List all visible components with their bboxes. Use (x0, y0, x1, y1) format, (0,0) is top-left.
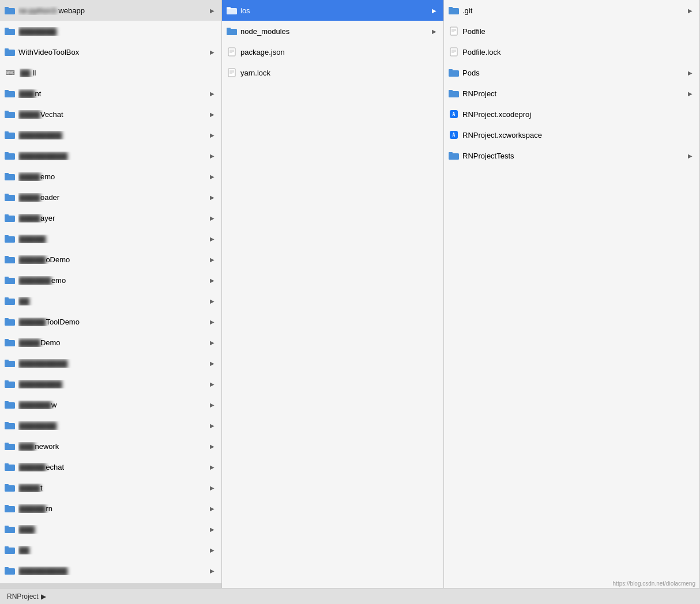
svg-rect-57 (227, 7, 231, 9)
svg-rect-43 (5, 463, 9, 466)
list-item-package-json[interactable]: package.json (222, 41, 443, 62)
item-label: RNProjectTests (462, 152, 686, 160)
list-item[interactable]: ▓▓▓▓▓▓▓▓ ▶ (0, 124, 221, 145)
file-icon (449, 47, 459, 57)
column-3[interactable]: .git ▶ Podfile Podfile.lock Pods ▶ RNPro… (444, 0, 700, 604)
list-item-rnprojecttests[interactable]: RNProjectTests ▶ (444, 145, 699, 166)
list-item[interactable]: WithVideoToolBox ▶ (0, 41, 221, 62)
xcode-icon: A (449, 109, 459, 119)
list-item[interactable]: ▓▓▓▓ayer ▶ (0, 207, 221, 228)
list-item-pods[interactable]: Pods ▶ (444, 62, 699, 83)
folder-icon (5, 567, 15, 575)
list-item-xcodeproj[interactable]: A RNProject.xcodeproj (444, 104, 699, 124)
list-item[interactable]: ▓▓▓▓Demo ▶ (0, 332, 221, 353)
item-label: WithVideoToolBox (18, 48, 208, 56)
item-label: ▓▓▓▓oader (18, 193, 208, 202)
svg-rect-69 (449, 7, 453, 9)
folder-icon (449, 89, 459, 97)
item-label: ▓▓▓▓▓▓w (18, 401, 208, 409)
item-label: ▓▓▓▓▓▓▓▓ (18, 380, 208, 388)
item-label: ▓▓▓▓ayer (18, 214, 208, 222)
list-item[interactable]: ▓▓▓nt ▶ (0, 83, 221, 104)
chevron-icon: ▶ (208, 360, 217, 367)
item-label: ▓▓▓nt (18, 89, 208, 98)
chevron-icon: ▶ (208, 173, 217, 180)
item-label: ▓▓▓▓▓oDemo (18, 255, 208, 264)
list-item[interactable]: ▓▓▓▓▓echat ▶ (0, 456, 221, 477)
chevron-icon: ▶ (208, 7, 217, 14)
column-1[interactable]: ne-python3-webapp ▶ ▓▓▓▓▓▓▓ WithVideoToo… (0, 0, 222, 604)
folder-icon (5, 276, 15, 284)
item-label: ▓▓▓▓▓▓▓ (18, 421, 208, 430)
list-item-podfile[interactable]: Podfile (444, 21, 699, 41)
list-item-yarn-lock[interactable]: yarn.lock (222, 62, 443, 83)
item-label: .git (462, 6, 686, 15)
chevron-icon: ▶ (208, 90, 217, 97)
status-selected-name: RNProject (7, 592, 39, 601)
list-item[interactable]: ▓▓▓▓▓▓▓ ▶ (0, 415, 221, 436)
folder-icon (227, 27, 237, 35)
list-item[interactable]: ⌨ ▓▓ ll (0, 62, 221, 83)
folder-icon (5, 484, 15, 492)
list-item-ios[interactable]: ios ▶ (222, 0, 443, 21)
list-item[interactable]: ne-python3-webapp ▶ (0, 0, 221, 21)
chevron-icon: ▶ (208, 298, 217, 304)
chevron-icon: ▶ (686, 90, 695, 97)
list-item[interactable]: ▓▓▓ ▶ (0, 519, 221, 539)
folder-icon (449, 152, 459, 160)
folder-icon (5, 401, 15, 409)
list-item[interactable]: ▓▓▓▓oader ▶ (0, 187, 221, 207)
list-item[interactable]: ▓▓▓▓▓▓▓▓▓ ▶ (0, 353, 221, 373)
list-item[interactable]: ▓▓▓▓emo ▶ (0, 166, 221, 187)
list-item[interactable]: ▓▓▓▓▓▓▓▓ ▶ (0, 373, 221, 394)
list-item[interactable]: ▓▓▓▓▓ToolDemo ▶ (0, 311, 221, 332)
list-item[interactable]: ▓▓ ▶ (0, 539, 221, 560)
svg-rect-49 (5, 526, 9, 528)
list-item[interactable]: ▓▓▓▓▓ ▶ (0, 228, 221, 249)
list-item[interactable]: ▓▓▓▓▓▓w ▶ (0, 394, 221, 415)
list-item-node-modules[interactable]: node_modules ▶ (222, 21, 443, 41)
list-item-xcworkspace[interactable]: A RNProject.xcworkspace (444, 124, 699, 145)
item-label: RNProject.xcodeproj (462, 110, 695, 119)
list-item[interactable]: ▓▓▓▓t ▶ (0, 477, 221, 498)
svg-rect-29 (5, 318, 9, 320)
chevron-icon: ▶ (430, 7, 439, 14)
svg-rect-25 (5, 277, 9, 279)
column-2[interactable]: ios ▶ node_modules ▶ package.json yarn.l… (222, 0, 444, 604)
svg-rect-17 (5, 194, 9, 196)
folder-icon (5, 442, 15, 450)
folder-icon (5, 235, 15, 243)
folder-icon (5, 27, 15, 35)
svg-rect-87 (449, 152, 453, 154)
list-item-podfile-lock[interactable]: Podfile.lock (444, 41, 699, 62)
list-item-rnproject-folder[interactable]: RNProject ▶ (444, 83, 699, 104)
list-item[interactable]: ▓▓▓▓▓▓▓▓▓ ▶ (0, 560, 221, 581)
chevron-icon: ▶ (208, 319, 217, 325)
list-item[interactable]: ▓▓▓▓Vechat ▶ (0, 104, 221, 124)
list-item[interactable]: ▓▓▓nework ▶ (0, 436, 221, 456)
list-item-git[interactable]: .git ▶ (444, 0, 699, 21)
item-label: ▓▓ (18, 297, 208, 305)
folder-icon (5, 214, 15, 222)
folder-icon (5, 504, 15, 512)
file-icon (227, 47, 237, 57)
chevron-icon: ▶ (208, 256, 217, 263)
folder-icon (5, 380, 15, 388)
list-item[interactable]: ▓▓ ▶ (0, 290, 221, 311)
item-label: ▓▓ ll (20, 69, 217, 77)
status-bar: RNProject ▶ (0, 588, 700, 604)
list-item[interactable]: ▓▓▓▓▓▓emo ▶ (0, 270, 221, 290)
item-label: yarn.lock (240, 69, 439, 77)
chevron-icon: ▶ (208, 277, 217, 284)
svg-rect-21 (5, 235, 9, 237)
svg-rect-27 (5, 297, 9, 300)
list-item[interactable]: ▓▓▓▓▓oDemo ▶ (0, 249, 221, 270)
item-label: ▓▓▓▓▓rn (18, 504, 208, 513)
svg-rect-45 (5, 484, 9, 486)
list-item[interactable]: ▓▓▓▓▓rn ▶ (0, 498, 221, 519)
list-item[interactable]: ▓▓▓▓▓▓▓▓▓ ▶ (0, 145, 221, 166)
svg-rect-9 (5, 111, 9, 113)
chevron-icon: ▶ (686, 153, 695, 159)
item-label: ▓▓▓▓▓▓▓▓ (18, 131, 208, 139)
list-item[interactable]: ▓▓▓▓▓▓▓ (0, 21, 221, 41)
